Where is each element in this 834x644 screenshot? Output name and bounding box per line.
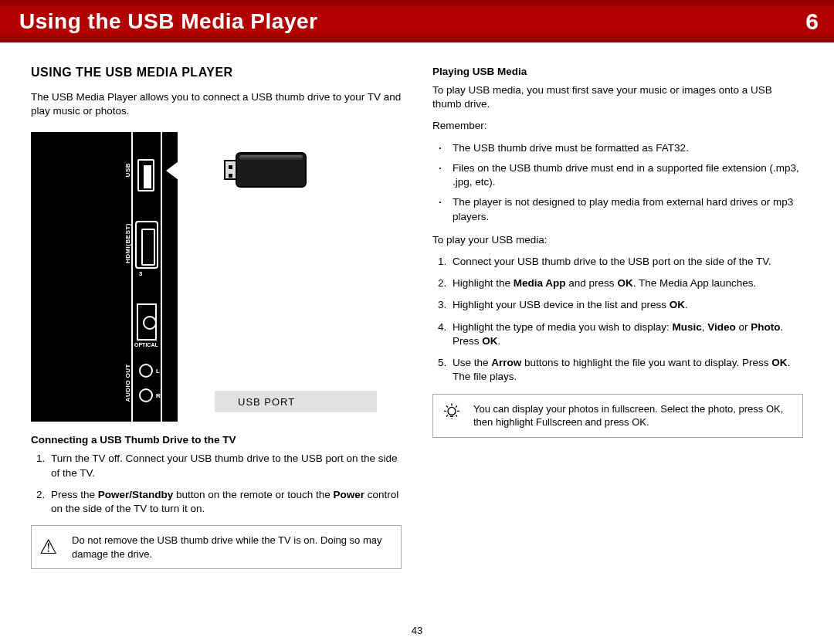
hdmi-number: 3 xyxy=(139,270,142,277)
usb-thumb-drive-icon xyxy=(224,149,313,192)
play-step-2: Highlight the Media App and press OK. Th… xyxy=(449,276,803,290)
hdmi-port-label: HDMI(BEST) xyxy=(124,223,131,263)
page-number: 43 xyxy=(0,625,834,636)
remember-list: The USB thumb drive must be formatted as… xyxy=(432,141,803,224)
connecting-steps: Turn the TV off. Connect your USB thumb … xyxy=(31,452,402,516)
connecting-subheading: Connecting a USB Thumb Drive to the TV xyxy=(31,434,402,446)
intro-paragraph: The USB Media Player allows you to conne… xyxy=(31,90,402,118)
play-step-4: Highlight the type of media you wish to … xyxy=(449,320,803,348)
play-step-3: Highlight your USB device in the list an… xyxy=(449,298,803,312)
warning-icon: ⚠ xyxy=(39,534,57,561)
playing-subheading: Playing USB Media xyxy=(432,66,803,77)
play-steps: Connect your USB thumb drive to the USB … xyxy=(432,255,803,385)
remember-item: The USB thumb drive must be formatted as… xyxy=(449,141,803,155)
audio-out-label: AUDIO OUT xyxy=(124,364,131,402)
usb-port-icon xyxy=(137,159,154,192)
tv-port-diagram: USB HDMI(BEST) 3 OPTICAL AUDIO OUT L R U… xyxy=(31,132,386,422)
diagram-caption: USB PORT xyxy=(215,391,377,412)
audio-l-letter: L xyxy=(156,368,160,375)
remember-item: The player is not designed to play media… xyxy=(449,195,803,223)
insert-arrow-icon xyxy=(166,155,228,186)
play-step-5: Use the Arrow buttons to highlight the f… xyxy=(449,356,803,384)
hdmi-port-icon xyxy=(135,221,158,269)
remember-item: Files on the USB thumb drive must end in… xyxy=(449,161,803,189)
right-column: Playing USB Media To play USB media, you… xyxy=(432,66,803,569)
section-heading: USING THE USB MEDIA PLAYER xyxy=(31,66,402,80)
chapter-banner: Using the USB Media Player 6 xyxy=(0,0,834,42)
tip-text: You can display your photos in fullscree… xyxy=(473,403,783,429)
banner-title: Using the USB Media Player xyxy=(19,9,317,34)
connect-step-1: Turn the TV off. Connect your USB thumb … xyxy=(48,452,402,480)
optical-port-label: OPTICAL xyxy=(134,342,158,347)
banner-chapter-number: 6 xyxy=(805,8,819,35)
connect-step-2: Press the Power/Standby button on the re… xyxy=(48,488,402,516)
left-column: USING THE USB MEDIA PLAYER The USB Media… xyxy=(31,66,402,569)
audio-r-letter: R xyxy=(156,392,161,399)
tip-callout: You can display your photos in fullscree… xyxy=(432,394,803,438)
svg-point-0 xyxy=(448,408,456,415)
lightbulb-icon xyxy=(441,402,463,430)
play-steps-label: To play your USB media: xyxy=(432,233,803,247)
warning-text: Do not remove the USB thumb drive while … xyxy=(72,534,382,560)
usb-port-label: USB xyxy=(124,163,131,177)
play-step-1: Connect your USB thumb drive to the USB … xyxy=(449,255,803,269)
warning-callout: ⚠ Do not remove the USB thumb drive whil… xyxy=(31,525,402,569)
playing-intro: To play USB media, you must first save y… xyxy=(432,83,803,111)
optical-port-icon xyxy=(137,303,157,341)
remember-label: Remember: xyxy=(432,119,803,133)
